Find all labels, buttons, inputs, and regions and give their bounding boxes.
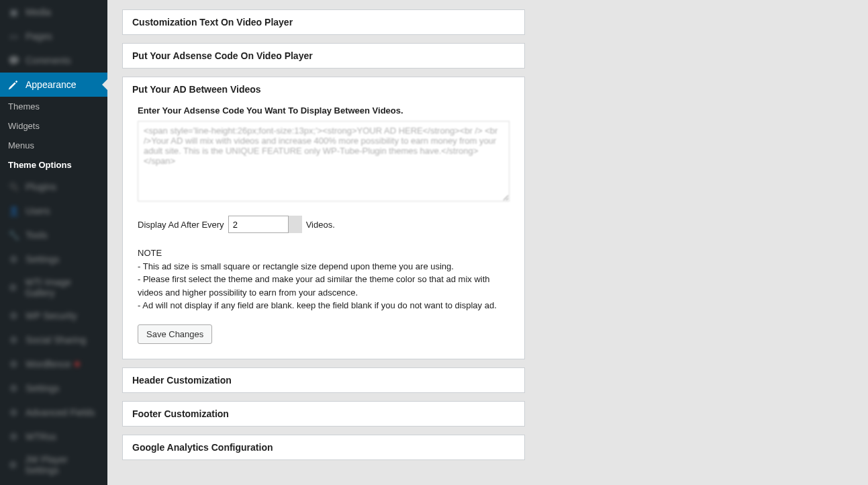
sidebar-item-label: WTRss (26, 431, 56, 442)
display-after-select[interactable]: 2 (228, 216, 302, 233)
plug-icon: 🔌 (7, 180, 20, 193)
gear-icon: ⚙ (7, 333, 20, 347)
gear-icon: ⚙ (7, 253, 20, 266)
sidebar-item-label: Tools (26, 230, 48, 240)
user-icon: 👤 (7, 204, 20, 218)
adsense-code-textarea[interactable] (138, 121, 510, 202)
sidebar-item-collapse[interactable]: ◀ Collapse menu (0, 481, 107, 485)
note-line-2: - Please first select the theme and make… (138, 273, 510, 299)
sidebar-item-advanced-fields[interactable]: ⚙ Advanced Fields (0, 400, 107, 425)
sidebar-item-label: WP Security (26, 310, 77, 321)
panel-footer-customization[interactable]: Footer Customization (122, 401, 525, 427)
brush-icon (7, 78, 20, 91)
sidebar-item-label: Wordfence (26, 359, 70, 369)
panel-header-customization[interactable]: Header Customization (122, 367, 525, 393)
display-after-label-after: Videos. (306, 220, 335, 230)
adsense-code-label: Enter Your Adsense Code You Want To Disp… (138, 105, 510, 116)
panel-google-analytics[interactable]: Google Analytics Configuration (122, 435, 525, 460)
gear-icon: ⚙ (7, 281, 19, 294)
save-changes-button[interactable]: Save Changes (138, 324, 212, 344)
sidebar-sub-widgets[interactable]: Widgets (0, 116, 107, 136)
sidebar-item-label: Social Sharing (26, 335, 86, 345)
gear-icon: ⚙ (7, 430, 20, 443)
sidebar-item-wordfence[interactable]: ⚙ Wordfence (0, 352, 107, 376)
sidebar-sub-themes[interactable]: Themes (0, 97, 107, 116)
note-line-1: - This ad size is small square or rectan… (138, 260, 510, 273)
sidebar-item-jw-player[interactable]: ⚙ JW Player Settings (0, 449, 107, 481)
sidebar-item-label: Plugins (26, 181, 56, 192)
gear-icon: ⚙ (7, 309, 20, 322)
panel-title: Put Your Adsense Code On Video Player (123, 44, 524, 68)
gear-icon: ⚙ (7, 382, 20, 395)
sidebar-item-label: Comments (26, 55, 71, 66)
sidebar-sub-theme-options[interactable]: Theme Options (0, 155, 107, 175)
sidebar-item-comments[interactable]: 💬 Comments (0, 48, 107, 73)
panel-title: Put Your AD Between Videos (123, 77, 524, 101)
page-icon: ▭ (7, 30, 20, 43)
sidebar-item-label: Users (26, 206, 50, 216)
sidebar-item-appearance[interactable]: Appearance (0, 73, 107, 97)
panel-ad-between-videos: Put Your AD Between Videos Enter Your Ad… (122, 77, 525, 359)
admin-sidebar: ▣ Media ▭ Pages 💬 Comments Appearance Th… (0, 0, 107, 485)
sidebar-sub-menus[interactable]: Menus (0, 136, 107, 155)
gear-icon: ⚙ (7, 406, 20, 419)
sidebar-item-label: Appearance (26, 79, 77, 90)
sidebar-item-wp-security[interactable]: ⚙ WP Security (0, 304, 107, 328)
sidebar-item-label: Advanced Fields (26, 407, 95, 418)
sidebar-item-pages[interactable]: ▭ Pages (0, 24, 107, 48)
media-icon: ▣ (7, 5, 20, 19)
sidebar-item-wtrss[interactable]: ⚙ WTRss (0, 425, 107, 449)
sidebar-item-label: Settings (26, 383, 60, 394)
sidebar-item-label: JW Player Settings (25, 454, 101, 476)
sidebar-item-label: Media (26, 7, 51, 17)
panel-title: Customization Text On Video Player (123, 10, 524, 34)
sidebar-item-label: Settings (26, 254, 60, 265)
sidebar-item-label: Pages (26, 31, 52, 42)
sidebar-item-settings-2[interactable]: ⚙ Settings (0, 376, 107, 400)
sidebar-item-wti-gallery[interactable]: ⚙ WTI Image Gallery (0, 271, 107, 304)
comment-icon: 💬 (7, 54, 20, 67)
sidebar-item-tools[interactable]: 🔧 Tools (0, 223, 107, 247)
sidebar-item-settings[interactable]: ⚙ Settings (0, 247, 107, 271)
note-line-3: - Ad will not display if any field are b… (138, 299, 510, 312)
sidebar-item-plugins[interactable]: 🔌 Plugins (0, 175, 107, 199)
panel-title: Header Customization (123, 368, 524, 392)
panel-title: Google Analytics Configuration (123, 435, 524, 459)
tool-icon: 🔧 (7, 228, 20, 242)
panel-title: Footer Customization (123, 402, 524, 426)
note-block: NOTE - This ad size is small square or r… (138, 247, 510, 312)
sidebar-item-media[interactable]: ▣ Media (0, 0, 107, 24)
main-content: Customization Text On Video Player Put Y… (107, 0, 868, 485)
sidebar-item-label: WTI Image Gallery (25, 277, 101, 298)
panel-adsense-video-player[interactable]: Put Your Adsense Code On Video Player (122, 43, 525, 69)
display-after-select-wrap: 2 ▾ (228, 216, 302, 233)
gear-icon: ⚙ (7, 458, 19, 472)
note-title: NOTE (138, 247, 510, 260)
gear-icon: ⚙ (7, 357, 20, 371)
sidebar-item-social-sharing[interactable]: ⚙ Social Sharing (0, 328, 107, 352)
panel-customization-text[interactable]: Customization Text On Video Player (122, 9, 525, 35)
display-after-label-before: Display Ad After Every (138, 220, 224, 230)
sidebar-item-users[interactable]: 👤 Users (0, 199, 107, 223)
notification-dot-icon (75, 361, 80, 367)
